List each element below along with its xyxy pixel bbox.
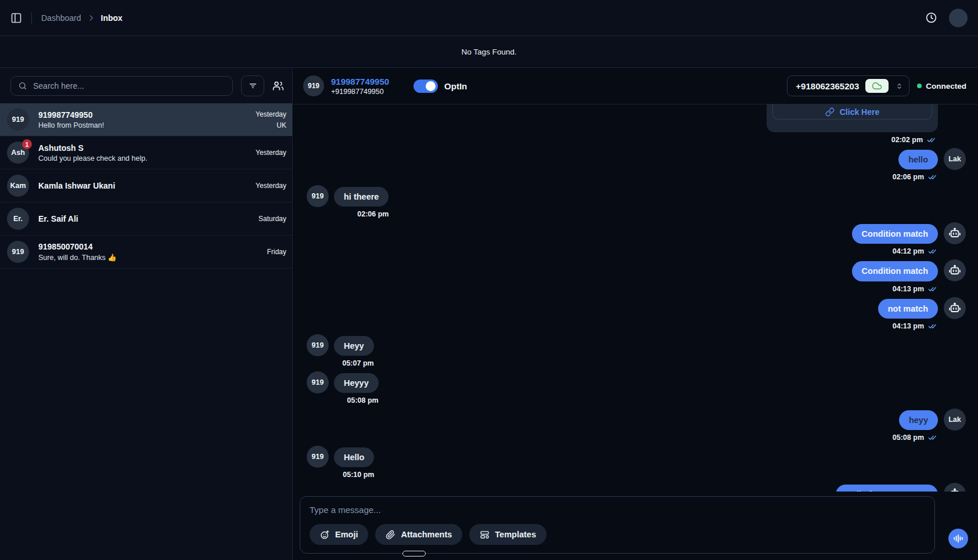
topbar-divider bbox=[31, 12, 32, 24]
template-message-card: Click Here bbox=[767, 104, 938, 132]
message-bubble: Hello from Postman! bbox=[836, 485, 938, 492]
message-bubble: Condition match bbox=[852, 261, 938, 281]
connection-status: Connected bbox=[917, 82, 966, 91]
robot-icon bbox=[948, 264, 961, 277]
breadcrumb: Dashboard Inbox bbox=[41, 13, 123, 23]
link-icon bbox=[825, 107, 835, 117]
layout-templates-icon bbox=[480, 530, 490, 540]
conversation-country-tag: UK bbox=[276, 121, 286, 129]
toggle-knob bbox=[426, 81, 436, 91]
smile-plus-icon bbox=[320, 530, 330, 540]
message-time: 05:08 pm bbox=[893, 433, 924, 442]
robot-icon bbox=[948, 487, 961, 492]
emoji-button[interactable]: Emoji bbox=[310, 524, 368, 545]
message-time: 02:06 pm bbox=[893, 173, 924, 181]
clock-icon bbox=[925, 12, 937, 24]
conversation-name: 919987749950 bbox=[38, 110, 246, 120]
message-bubble: Hello bbox=[334, 447, 374, 467]
outgoing-message-group: hello 02:06 pm Lak bbox=[307, 150, 966, 181]
conversation-name: 919850070014 bbox=[38, 242, 258, 251]
conversation-time: Yesterday bbox=[256, 110, 286, 118]
message-bubble: not match bbox=[878, 299, 938, 319]
search-icon bbox=[18, 81, 27, 91]
bot-avatar bbox=[944, 259, 966, 281]
sender-avatar: 919 bbox=[307, 371, 329, 393]
click-here-button[interactable]: Click Here bbox=[772, 104, 932, 120]
number-select[interactable]: +918062365203 bbox=[787, 75, 909, 96]
templates-button-label: Templates bbox=[495, 530, 536, 539]
sender-avatar: 919 bbox=[307, 185, 329, 207]
incoming-message-group: 919 hi theere 02:06 pm bbox=[307, 187, 966, 218]
message-bubble: hi theere bbox=[334, 187, 389, 207]
conversation-time: Yesterday bbox=[256, 182, 286, 190]
outgoing-message-group: Hello from Postman! 05:10 pm bbox=[307, 485, 966, 492]
breadcrumb-dashboard[interactable]: Dashboard bbox=[41, 13, 81, 23]
conversation-list-item[interactable]: 919 919850070014 Sure, will do. Thanks 👍… bbox=[0, 236, 292, 269]
attachments-button[interactable]: Attachments bbox=[375, 524, 462, 545]
voice-message-button[interactable] bbox=[948, 529, 968, 548]
conversation-name: Kamla Ishwar Ukani bbox=[38, 181, 246, 190]
sidebar-toggle-button[interactable] bbox=[10, 12, 22, 24]
profile-avatar[interactable] bbox=[949, 9, 968, 27]
conversation-avatar: 919 bbox=[7, 241, 29, 263]
sender-avatar: Lak bbox=[944, 148, 966, 170]
conversation-time: Yesterday bbox=[256, 149, 286, 157]
conversation-avatar: Er. bbox=[7, 208, 29, 230]
message-bubble: hello bbox=[898, 150, 938, 169]
message-bubble: Heyyy bbox=[334, 373, 379, 393]
status-dot-icon bbox=[917, 84, 922, 88]
message-time: 05:10 pm bbox=[343, 471, 374, 479]
bot-avatar bbox=[944, 297, 966, 319]
chevron-right-icon bbox=[87, 14, 95, 22]
chat-header: 919 919987749950 +919987749950 OptIn +91… bbox=[293, 68, 978, 104]
conversation-list-item[interactable]: Er. Er. Saif Ali Saturday bbox=[0, 203, 292, 236]
conversation-list-item[interactable]: Ash 1 Ashutosh S Could you please check … bbox=[0, 136, 292, 169]
conversation-avatar: 919 bbox=[7, 109, 29, 131]
paperclip-icon bbox=[386, 530, 395, 540]
incoming-message-group: 919 Heyyy 05:08 pm bbox=[307, 373, 966, 404]
filter-icon bbox=[248, 81, 258, 91]
chat-area: 919 919987749950 +919987749950 OptIn +91… bbox=[293, 68, 978, 560]
double-check-icon bbox=[928, 286, 938, 292]
conversation-avatar: Kam bbox=[7, 175, 29, 197]
chevrons-up-down-icon bbox=[895, 82, 904, 91]
optin-toggle[interactable] bbox=[414, 80, 438, 93]
outgoing-message-group: heyy 05:08 pm Lak bbox=[307, 410, 966, 442]
message-time: 04:13 pm bbox=[893, 285, 924, 293]
incoming-message-group: 919 Hello 05:10 pm bbox=[307, 447, 966, 479]
conversation-time: Friday bbox=[267, 248, 286, 256]
templates-button[interactable]: Templates bbox=[469, 524, 546, 545]
message-input[interactable] bbox=[310, 505, 925, 515]
composer-resize-handle[interactable] bbox=[402, 551, 426, 557]
message-time: 02:02 pm bbox=[891, 136, 923, 144]
history-button[interactable] bbox=[925, 12, 937, 24]
bot-avatar bbox=[944, 483, 966, 492]
contacts-button[interactable] bbox=[272, 80, 284, 92]
search-input[interactable] bbox=[33, 81, 225, 91]
robot-icon bbox=[948, 227, 961, 240]
outgoing-message-group: Condition match 04:12 pm bbox=[307, 224, 966, 255]
breadcrumb-inbox: Inbox bbox=[101, 13, 123, 23]
conversations-panel: 919 919987749950 Hello from Postman! Yes… bbox=[0, 68, 293, 560]
sender-avatar: 919 bbox=[307, 334, 329, 356]
conversation-name: Ashutosh S bbox=[38, 143, 246, 153]
status-text: Connected bbox=[926, 82, 966, 91]
double-check-icon bbox=[928, 323, 938, 330]
filter-button[interactable] bbox=[241, 75, 264, 96]
outgoing-message-group: not match 04:13 pm bbox=[307, 299, 966, 330]
click-here-label: Click Here bbox=[840, 107, 879, 117]
incoming-message-group: 919 Heyy 05:07 pm bbox=[307, 336, 966, 367]
message-time: 05:08 pm bbox=[347, 396, 379, 404]
chat-contact-name[interactable]: 919987749950 bbox=[331, 77, 389, 86]
message-list: Click Here 02:02 pm hello 02:06 pm Lak 9… bbox=[293, 104, 978, 492]
unread-count-badge: 1 bbox=[22, 139, 32, 149]
conversation-name: Er. Saif Ali bbox=[38, 214, 249, 223]
template-message-group: Click Here 02:02 pm bbox=[307, 104, 938, 144]
message-bubble: heyy bbox=[899, 410, 938, 430]
conversation-list-item[interactable]: 919 919987749950 Hello from Postman! Yes… bbox=[0, 103, 292, 136]
double-check-icon bbox=[928, 248, 938, 255]
message-bubble: Heyy bbox=[334, 336, 374, 356]
conversation-list-item[interactable]: Kam Kamla Ishwar Ukani Yesterday bbox=[0, 169, 292, 203]
conversation-list: 919 919987749950 Hello from Postman! Yes… bbox=[0, 103, 292, 269]
conversation-preview: Hello from Postman! bbox=[38, 121, 246, 129]
